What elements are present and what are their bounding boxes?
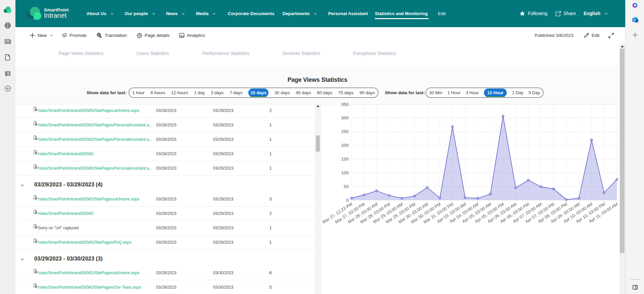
svg-text:200: 200 — [341, 143, 349, 148]
svg-text:350: 350 — [341, 102, 349, 107]
svg-text:300: 300 — [341, 115, 349, 120]
svg-text:50: 50 — [344, 184, 349, 189]
svg-text:150: 150 — [341, 157, 349, 162]
svg-text:250: 250 — [341, 129, 349, 134]
svg-text:0: 0 — [346, 198, 349, 203]
svg-text:100: 100 — [341, 170, 349, 175]
